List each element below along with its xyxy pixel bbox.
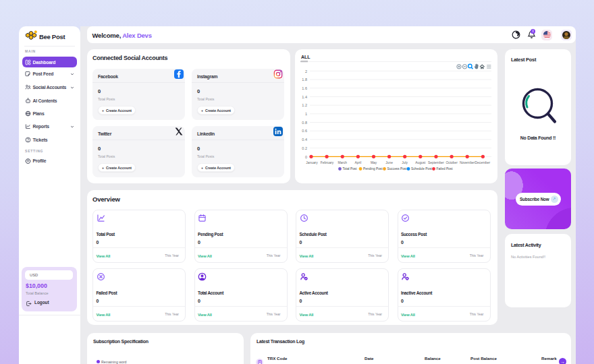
svg-text:October: October [446, 161, 458, 164]
svg-text:June: June [385, 161, 393, 164]
svg-text:September: September [428, 161, 444, 164]
svg-text:March: March [338, 161, 348, 164]
svg-text:Total Post: Total Post [343, 167, 358, 171]
svg-text:0.8: 0.8 [302, 121, 307, 125]
svg-text:0.4: 0.4 [302, 138, 307, 142]
svg-text:0: 0 [305, 155, 307, 159]
svg-text:July: July [402, 161, 408, 164]
svg-text:February: February [321, 161, 334, 164]
svg-text:May: May [371, 161, 377, 164]
svg-text:January: January [306, 161, 318, 164]
svg-text:Pending Post: Pending Post [363, 167, 383, 171]
svg-text:August: August [415, 161, 426, 164]
svg-text:0.2: 0.2 [302, 146, 307, 150]
svg-text:1.6: 1.6 [302, 86, 307, 90]
svg-text:1.8: 1.8 [302, 78, 307, 82]
svg-text:1.2: 1.2 [302, 103, 307, 107]
svg-text:Success Post: Success Post [387, 167, 408, 171]
svg-text:2: 2 [305, 69, 307, 73]
svg-text:ALL: ALL [301, 55, 310, 59]
svg-text:April: April [355, 161, 362, 164]
svg-text:Schedule Post: Schedule Post [411, 167, 433, 171]
svg-text:Failed Post: Failed Post [437, 167, 454, 171]
svg-text:1.4: 1.4 [302, 95, 307, 99]
svg-text:1: 1 [305, 112, 307, 116]
svg-text:November: November [460, 161, 475, 164]
svg-text:0.6: 0.6 [302, 129, 307, 133]
svg-text:December: December [475, 161, 491, 164]
